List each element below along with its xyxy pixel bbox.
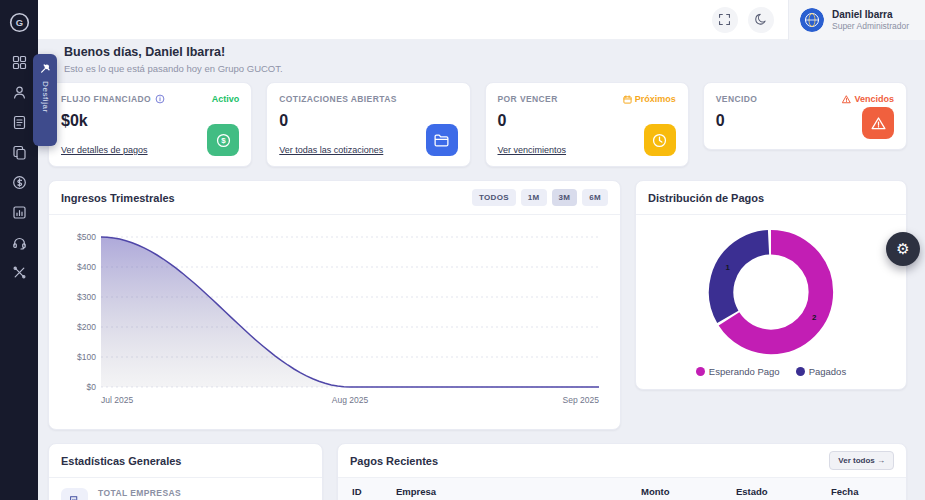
svg-text:$100: $100 bbox=[77, 352, 96, 362]
user-menu[interactable]: Daniel Ibarra Super Administrador bbox=[788, 0, 925, 40]
welcome-title: Buenos días, Daniel Ibarra! bbox=[64, 45, 283, 59]
chart-title: Ingresos Trimestrales bbox=[61, 192, 175, 204]
stats-item-label: TOTAL EMPRESAS bbox=[98, 488, 181, 498]
building-icon bbox=[61, 488, 88, 500]
card-label: POR VENCER bbox=[498, 94, 558, 104]
column-monto: Monto bbox=[641, 486, 736, 497]
payments-table-header: ID Empresa Monto Estado Fecha bbox=[338, 478, 906, 500]
folder-icon-button[interactable] bbox=[426, 124, 458, 156]
stats-item-total-empresas: TOTAL EMPRESAS 527 bbox=[49, 478, 322, 500]
dashboard-page: { "sidebar": { "logo": "G", "icons": ["d… bbox=[0, 0, 925, 500]
time-filters: TODOS 1M 3M 6M bbox=[472, 189, 608, 206]
user-role: Super Administrador bbox=[832, 21, 909, 31]
dark-mode-toggle[interactable] bbox=[748, 7, 774, 33]
svg-text:Jul 2025: Jul 2025 bbox=[101, 395, 133, 405]
svg-text:$: $ bbox=[221, 136, 226, 145]
legend-pagados: Pagados bbox=[796, 366, 847, 377]
info-icon[interactable] bbox=[155, 94, 165, 104]
sidebar-item-support[interactable] bbox=[5, 228, 33, 256]
svg-text:$300: $300 bbox=[77, 292, 96, 302]
filter-1m[interactable]: 1M bbox=[521, 189, 547, 206]
fullscreen-button[interactable] bbox=[712, 7, 738, 33]
donut-chart: 21 bbox=[701, 222, 841, 362]
calendar-icon bbox=[623, 95, 632, 104]
dollar-circle-icon-button[interactable]: $ bbox=[207, 124, 239, 156]
svg-text:$0: $0 bbox=[87, 382, 97, 392]
card-flujo-financiado: FLUJO FINANCIADO Activo $0k Ver detalles… bbox=[48, 82, 252, 167]
stats-title: Estadísticas Generales bbox=[61, 455, 181, 467]
moon-icon bbox=[754, 13, 767, 26]
warning-icon-button[interactable] bbox=[862, 107, 894, 139]
distribucion-pagos-card: Distribución de Pagos 21 Esperando Pago … bbox=[635, 180, 907, 390]
ver-vencimientos-link[interactable]: Ver vencimientos bbox=[498, 145, 567, 155]
svg-text:2: 2 bbox=[812, 313, 817, 322]
pin-icon bbox=[40, 63, 51, 74]
avatar bbox=[800, 8, 824, 32]
donut-legend: Esperando Pago Pagados bbox=[636, 366, 906, 377]
card-label: VENCIDO bbox=[716, 94, 758, 104]
column-id: ID bbox=[352, 486, 396, 497]
legend-esperando-pago: Esperando Pago bbox=[696, 366, 780, 377]
estadisticas-generales-card: Estadísticas Generales TOTAL EMPRESAS 52… bbox=[48, 443, 323, 500]
svg-text:$500: $500 bbox=[77, 232, 96, 242]
filter-3m[interactable]: 3M bbox=[552, 189, 578, 206]
sidebar-item-tools[interactable] bbox=[5, 258, 33, 286]
column-estado: Estado bbox=[736, 486, 831, 497]
settings-fab[interactable]: ⚙ bbox=[886, 232, 920, 266]
sidebar-item-clients[interactable] bbox=[5, 78, 33, 106]
svg-text:$200: $200 bbox=[77, 322, 96, 332]
sidebar-item-documents[interactable] bbox=[5, 138, 33, 166]
user-name: Daniel Ibarra bbox=[832, 8, 909, 21]
svg-text:Sep 2025: Sep 2025 bbox=[563, 395, 600, 405]
card-vencido: VENCIDO Vencidos 0 bbox=[703, 82, 907, 150]
unpin-sidebar-button[interactable]: Desfijar bbox=[33, 54, 57, 146]
warning-icon bbox=[842, 95, 851, 104]
column-fecha: Fecha bbox=[831, 486, 858, 497]
gear-icon: ⚙ bbox=[896, 240, 909, 258]
top-header: Daniel Ibarra Super Administrador bbox=[38, 0, 925, 40]
ver-todos-button[interactable]: Ver todos → bbox=[829, 451, 894, 470]
svg-text:Aug 2025: Aug 2025 bbox=[332, 395, 369, 405]
payments-title: Pagos Recientes bbox=[350, 455, 438, 467]
sidebar-item-reports[interactable] bbox=[5, 198, 33, 226]
welcome-subtitle: Esto es lo que está pasando hoy en Grupo… bbox=[64, 63, 283, 74]
clock-icon-button[interactable] bbox=[644, 124, 676, 156]
status-badge: Vencidos bbox=[842, 94, 894, 104]
filter-todos[interactable]: TODOS bbox=[472, 189, 516, 206]
ver-cotizaciones-link[interactable]: Ver todas las cotizaciones bbox=[279, 145, 383, 155]
svg-text:1: 1 bbox=[726, 263, 731, 272]
svg-text:$400: $400 bbox=[77, 262, 96, 272]
svg-text:G: G bbox=[15, 17, 22, 28]
status-badge: Activo bbox=[212, 94, 240, 104]
card-por-vencer: POR VENCER Próximos 0 Ver vencimientos bbox=[485, 82, 689, 167]
area-chart: $500$400$300$200$100$0Jul 2025Aug 2025Se… bbox=[61, 223, 610, 423]
ver-detalles-pagos-link[interactable]: Ver detalles de pagos bbox=[61, 145, 148, 155]
card-cotizaciones-abiertas: COTIZACIONES ABIERTAS 0 Ver todas las co… bbox=[266, 82, 470, 167]
status-badge: Próximos bbox=[623, 94, 676, 104]
filter-6m[interactable]: 6M bbox=[582, 189, 608, 206]
donut-title: Distribución de Pagos bbox=[648, 192, 764, 204]
sidebar-item-dashboard[interactable] bbox=[5, 48, 33, 76]
legend-dot-indigo bbox=[796, 367, 805, 376]
pin-label: Desfijar bbox=[41, 81, 50, 113]
card-label: FLUJO FINANCIADO bbox=[61, 94, 165, 104]
logo-icon[interactable]: G bbox=[8, 11, 31, 34]
card-label: COTIZACIONES ABIERTAS bbox=[279, 94, 397, 104]
sidebar-item-invoices[interactable] bbox=[5, 108, 33, 136]
fullscreen-icon bbox=[718, 13, 731, 26]
welcome-block: Buenos días, Daniel Ibarra! Esto es lo q… bbox=[64, 45, 283, 74]
sidebar-item-payments[interactable] bbox=[5, 168, 33, 196]
legend-dot-magenta bbox=[696, 367, 705, 376]
column-empresa: Empresa bbox=[396, 486, 641, 497]
stat-cards-row: FLUJO FINANCIADO Activo $0k Ver detalles… bbox=[48, 82, 907, 167]
pagos-recientes-card: Pagos Recientes Ver todos → ID Empresa M… bbox=[337, 443, 907, 500]
ingresos-trimestrales-card: Ingresos Trimestrales TODOS 1M 3M 6M $50… bbox=[48, 180, 621, 430]
